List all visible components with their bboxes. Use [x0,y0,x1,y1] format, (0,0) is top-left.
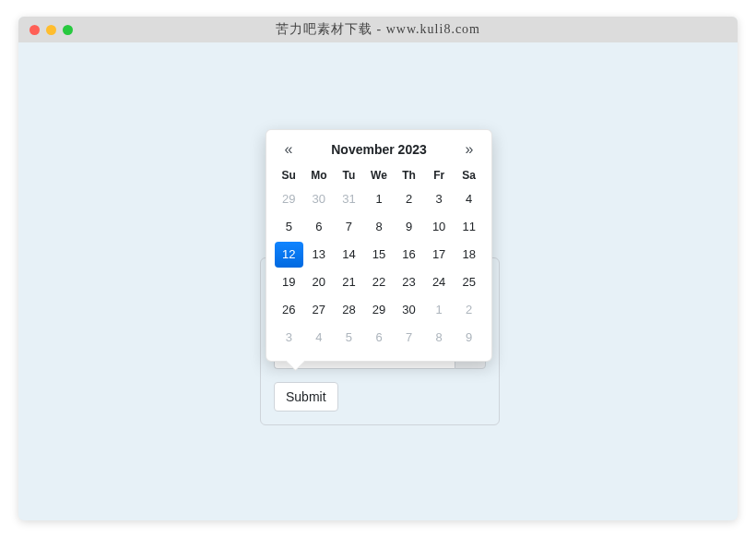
prev-month-button[interactable]: « [279,141,298,158]
weekday-label: Fr [424,165,455,185]
day-cell-muted[interactable]: 5 [335,325,363,351]
day-cell-muted[interactable]: 3 [275,325,303,351]
weekday-label: Su [274,165,304,185]
day-cell-muted[interactable]: 8 [425,325,454,351]
day-cell[interactable]: 15 [365,242,394,268]
day-cell[interactable]: 3 [425,186,454,212]
day-cell[interactable]: 26 [275,297,303,323]
datepicker-header: « November 2023 » [274,137,484,165]
day-cell[interactable]: 25 [455,269,483,295]
submit-button[interactable]: Submit [274,382,338,412]
day-cell[interactable]: 18 [455,242,483,268]
close-dot[interactable] [30,25,40,35]
day-cell[interactable]: 1 [365,186,394,212]
day-cell-muted[interactable]: 29 [275,186,303,212]
day-cell[interactable]: 13 [305,242,334,268]
weekday-label: Th [394,165,424,185]
weekday-label: Tu [334,165,364,185]
day-cell[interactable]: 23 [395,269,423,295]
day-cell-muted[interactable]: 4 [305,325,334,351]
day-cell[interactable]: 7 [335,214,363,240]
day-cell-muted[interactable]: 30 [305,186,334,212]
day-cell-muted[interactable]: 9 [455,325,483,351]
day-cell[interactable]: 4 [455,186,483,212]
day-cell[interactable]: 19 [275,269,303,295]
weekday-label: Sa [454,165,484,185]
day-cell[interactable]: 16 [395,242,423,268]
day-cell-selected[interactable]: 12 [275,242,303,268]
day-cell[interactable]: 27 [305,297,334,323]
day-cell[interactable]: 17 [425,242,454,268]
minimize-dot[interactable] [46,25,56,35]
window-controls [30,25,73,35]
next-month-button[interactable]: » [460,141,478,158]
month-year-label[interactable]: November 2023 [331,142,427,157]
day-cell[interactable]: 5 [275,214,303,240]
day-cell[interactable]: 20 [305,269,334,295]
day-cell[interactable]: 24 [425,269,454,295]
day-cell[interactable]: 29 [365,297,394,323]
day-cell-muted[interactable]: 6 [365,325,394,351]
day-cell-muted[interactable]: 1 [425,297,454,323]
day-cell[interactable]: 11 [455,214,483,240]
page-content: Submit « November 2023 » SuMoTuWeThFrSa … [18,42,738,520]
maximize-dot[interactable] [63,25,73,35]
day-cell[interactable]: 22 [365,269,394,295]
weekday-label: We [364,165,395,185]
day-cell[interactable]: 28 [335,297,363,323]
day-cell[interactable]: 9 [395,214,423,240]
browser-window: 苦力吧素材下载 - www.kuli8.com [18,17,738,520]
day-cell[interactable]: 6 [305,214,334,240]
weekday-label: Mo [304,165,335,185]
day-cell[interactable]: 30 [395,297,423,323]
day-cell[interactable]: 8 [365,214,394,240]
weekday-row: SuMoTuWeThFrSa [274,165,484,185]
day-cell[interactable]: 2 [395,186,423,212]
datepicker-popup: « November 2023 » SuMoTuWeThFrSa 2930311… [266,129,492,362]
days-grid: 2930311234567891011121314151617181920212… [274,185,484,352]
window-title: 苦力吧素材下载 - www.kuli8.com [18,21,738,38]
day-cell-muted[interactable]: 31 [335,186,363,212]
day-cell[interactable]: 21 [335,269,363,295]
day-cell[interactable]: 14 [335,242,363,268]
day-cell-muted[interactable]: 2 [455,297,483,323]
day-cell-muted[interactable]: 7 [395,325,423,351]
titlebar: 苦力吧素材下载 - www.kuli8.com [18,17,738,42]
day-cell[interactable]: 10 [425,214,454,240]
